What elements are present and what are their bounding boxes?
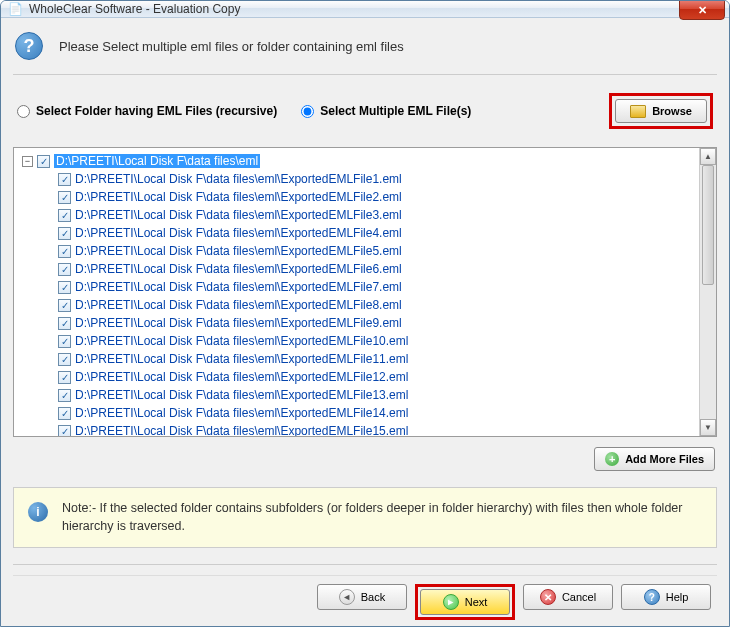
help-label: Help — [666, 591, 689, 603]
back-arrow-icon: ◄ — [339, 589, 355, 605]
checkbox-item[interactable]: ✓ — [58, 371, 71, 384]
tree-root[interactable]: − ✓ D:\PREETI\Local Disk F\data files\em… — [16, 152, 697, 170]
radio-multiple-label: Select Multiple EML File(s) — [320, 104, 471, 118]
tree-item-label: D:\PREETI\Local Disk F\data files\eml\Ex… — [75, 298, 402, 312]
tree-item[interactable]: ✓D:\PREETI\Local Disk F\data files\eml\E… — [16, 368, 697, 386]
instruction-text: Please Select multiple eml files or fold… — [59, 39, 404, 54]
close-button[interactable]: ✕ — [679, 0, 725, 20]
cancel-button[interactable]: ✕ Cancel — [523, 584, 613, 610]
question-icon: ? — [15, 32, 43, 60]
tree-item-label: D:\PREETI\Local Disk F\data files\eml\Ex… — [75, 226, 402, 240]
checkbox-item[interactable]: ✓ — [58, 335, 71, 348]
tree-item-label: D:\PREETI\Local Disk F\data files\eml\Ex… — [75, 172, 402, 186]
checkbox-root[interactable]: ✓ — [37, 155, 50, 168]
checkbox-item[interactable]: ✓ — [58, 407, 71, 420]
divider-bottom — [13, 564, 717, 565]
tree-item-label: D:\PREETI\Local Disk F\data files\eml\Ex… — [75, 334, 408, 348]
back-label: Back — [361, 591, 385, 603]
cancel-label: Cancel — [562, 591, 596, 603]
collapse-icon[interactable]: − — [22, 156, 33, 167]
scroll-up-button[interactable]: ▲ — [700, 148, 716, 165]
tree-item-label: D:\PREETI\Local Disk F\data files\eml\Ex… — [75, 370, 408, 384]
radio-select-folder[interactable]: Select Folder having EML Files (recursiv… — [17, 104, 277, 118]
app-icon: 📄 — [7, 1, 23, 17]
option-row: Select Folder having EML Files (recursiv… — [13, 85, 717, 137]
browse-highlight-box: Browse — [609, 93, 713, 129]
checkbox-item[interactable]: ✓ — [58, 317, 71, 330]
scroll-down-button[interactable]: ▼ — [700, 419, 716, 436]
radio-multiple-input[interactable] — [301, 105, 314, 118]
window-title: WholeClear Software - Evaluation Copy — [29, 2, 723, 16]
tree-item-label: D:\PREETI\Local Disk F\data files\eml\Ex… — [75, 190, 402, 204]
radio-folder-label: Select Folder having EML Files (recursiv… — [36, 104, 277, 118]
checkbox-item[interactable]: ✓ — [58, 281, 71, 294]
tree-item[interactable]: ✓D:\PREETI\Local Disk F\data files\eml\E… — [16, 170, 697, 188]
tree-item-label: D:\PREETI\Local Disk F\data files\eml\Ex… — [75, 280, 402, 294]
instruction-row: ? Please Select multiple eml files or fo… — [13, 28, 717, 64]
radio-folder-input[interactable] — [17, 105, 30, 118]
tree-item[interactable]: ✓D:\PREETI\Local Disk F\data files\eml\E… — [16, 314, 697, 332]
file-tree: − ✓ D:\PREETI\Local Disk F\data files\em… — [14, 148, 699, 436]
tree-item-label: D:\PREETI\Local Disk F\data files\eml\Ex… — [75, 316, 402, 330]
checkbox-item[interactable]: ✓ — [58, 191, 71, 204]
checkbox-item[interactable]: ✓ — [58, 299, 71, 312]
note-text: Note:- If the selected folder contains s… — [62, 500, 702, 535]
tree-item[interactable]: ✓D:\PREETI\Local Disk F\data files\eml\E… — [16, 350, 697, 368]
tree-item[interactable]: ✓D:\PREETI\Local Disk F\data files\eml\E… — [16, 278, 697, 296]
tree-item-label: D:\PREETI\Local Disk F\data files\eml\Ex… — [75, 424, 408, 436]
tree-item[interactable]: ✓D:\PREETI\Local Disk F\data files\eml\E… — [16, 260, 697, 278]
radio-select-multiple[interactable]: Select Multiple EML File(s) — [301, 104, 471, 118]
add-more-label: Add More Files — [625, 453, 704, 465]
tree-item[interactable]: ✓D:\PREETI\Local Disk F\data files\eml\E… — [16, 188, 697, 206]
tree-item-label: D:\PREETI\Local Disk F\data files\eml\Ex… — [75, 388, 408, 402]
checkbox-item[interactable]: ✓ — [58, 173, 71, 186]
checkbox-item[interactable]: ✓ — [58, 227, 71, 240]
titlebar: 📄 WholeClear Software - Evaluation Copy … — [1, 1, 729, 18]
plus-icon: + — [605, 452, 619, 466]
tree-item[interactable]: ✓D:\PREETI\Local Disk F\data files\eml\E… — [16, 422, 697, 436]
scroll-thumb[interactable] — [702, 165, 714, 285]
checkbox-item[interactable]: ✓ — [58, 209, 71, 222]
checkbox-item[interactable]: ✓ — [58, 353, 71, 366]
add-more-files-button[interactable]: + Add More Files — [594, 447, 715, 471]
tree-item[interactable]: ✓D:\PREETI\Local Disk F\data files\eml\E… — [16, 332, 697, 350]
tree-item-label: D:\PREETI\Local Disk F\data files\eml\Ex… — [75, 262, 402, 276]
next-label: Next — [465, 596, 488, 608]
back-button[interactable]: ◄ Back — [317, 584, 407, 610]
tree-item[interactable]: ✓D:\PREETI\Local Disk F\data files\eml\E… — [16, 386, 697, 404]
tree-item[interactable]: ✓D:\PREETI\Local Disk F\data files\eml\E… — [16, 296, 697, 314]
help-button[interactable]: ? Help — [621, 584, 711, 610]
tree-root-label: D:\PREETI\Local Disk F\data files\eml — [54, 154, 260, 168]
checkbox-item[interactable]: ✓ — [58, 245, 71, 258]
tree-item-label: D:\PREETI\Local Disk F\data files\eml\Ex… — [75, 406, 408, 420]
info-icon: i — [28, 502, 48, 522]
add-more-row: + Add More Files — [13, 447, 717, 471]
tree-item-label: D:\PREETI\Local Disk F\data files\eml\Ex… — [75, 244, 402, 258]
cancel-icon: ✕ — [540, 589, 556, 605]
content-area: ? Please Select multiple eml files or fo… — [1, 18, 729, 627]
folder-icon — [630, 105, 646, 118]
checkbox-item[interactable]: ✓ — [58, 263, 71, 276]
scroll-track[interactable] — [700, 165, 716, 419]
scrollbar[interactable]: ▲ ▼ — [699, 148, 716, 436]
file-tree-panel: − ✓ D:\PREETI\Local Disk F\data files\em… — [13, 147, 717, 437]
divider — [13, 74, 717, 75]
close-icon: ✕ — [698, 4, 707, 17]
button-bar: ◄ Back ► Next ✕ Cancel ? Help — [13, 575, 717, 626]
tree-item-label: D:\PREETI\Local Disk F\data files\eml\Ex… — [75, 208, 402, 222]
tree-item[interactable]: ✓D:\PREETI\Local Disk F\data files\eml\E… — [16, 404, 697, 422]
app-window: 📄 WholeClear Software - Evaluation Copy … — [0, 0, 730, 627]
checkbox-item[interactable]: ✓ — [58, 389, 71, 402]
tree-item[interactable]: ✓D:\PREETI\Local Disk F\data files\eml\E… — [16, 224, 697, 242]
tree-item[interactable]: ✓D:\PREETI\Local Disk F\data files\eml\E… — [16, 242, 697, 260]
next-arrow-icon: ► — [443, 594, 459, 610]
next-highlight-box: ► Next — [415, 584, 515, 620]
browse-button[interactable]: Browse — [615, 99, 707, 123]
help-icon: ? — [644, 589, 660, 605]
browse-label: Browse — [652, 105, 692, 117]
tree-item[interactable]: ✓D:\PREETI\Local Disk F\data files\eml\E… — [16, 206, 697, 224]
checkbox-item[interactable]: ✓ — [58, 425, 71, 437]
tree-item-label: D:\PREETI\Local Disk F\data files\eml\Ex… — [75, 352, 408, 366]
note-box: i Note:- If the selected folder contains… — [13, 487, 717, 548]
next-button[interactable]: ► Next — [420, 589, 510, 615]
